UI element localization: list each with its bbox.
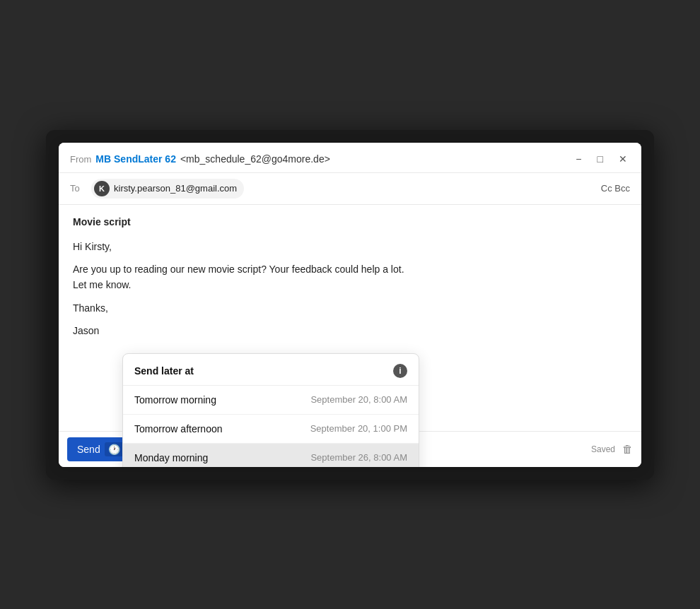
- maximize-button[interactable]: □: [595, 153, 606, 165]
- body-thanks: Thanks,: [73, 300, 627, 316]
- body-greeting: Hi Kirsty,: [73, 239, 627, 254]
- send-later-panel: Send later at i Tomorrow morning Septemb…: [122, 353, 419, 467]
- window-wrapper: From MB SendLater 62 <mb_schedule_62@go4…: [46, 130, 654, 480]
- minimize-button[interactable]: −: [573, 153, 584, 165]
- panel-title: Send later at: [134, 365, 194, 377]
- title-bar: From MB SendLater 62 <mb_schedule_62@go4…: [59, 143, 641, 173]
- schedule-option-tomorrow-afternoon[interactable]: Tomorrow afternoon September 20, 1:00 PM: [123, 415, 419, 444]
- recipient-email: kirsty.pearson_81@gmail.com: [114, 183, 237, 194]
- body-signature: Jason: [73, 323, 627, 338]
- body-text: Hi Kirsty, Are you up to reading our new…: [73, 239, 627, 339]
- sender-email: <mb_schedule_62@go4more.de>: [180, 153, 330, 165]
- avatar: K: [94, 181, 110, 196]
- saved-label: Saved: [591, 444, 615, 454]
- from-label: From: [70, 154, 91, 165]
- to-label: To: [70, 183, 84, 194]
- send-label: Send: [77, 444, 100, 455]
- email-body: Movie script Hi Kirsty, Are you up to re…: [59, 205, 641, 431]
- delete-icon[interactable]: 🗑: [622, 443, 633, 455]
- cc-bcc-button[interactable]: Cc Bcc: [601, 183, 630, 194]
- info-icon[interactable]: i: [393, 364, 407, 378]
- title-bar-left: From MB SendLater 62 <mb_schedule_62@go4…: [70, 153, 330, 165]
- sender-name: MB SendLater 62: [95, 153, 176, 165]
- panel-header: Send later at i: [123, 354, 419, 386]
- to-row: To K kirsty.pearson_81@gmail.com Cc Bcc: [59, 173, 641, 205]
- schedule-option-tomorrow-morning[interactable]: Tomorrow morning September 20, 8:00 AM: [123, 386, 419, 415]
- close-button[interactable]: ✕: [616, 153, 630, 165]
- subject-line: Movie script: [73, 216, 627, 227]
- body-main: Are you up to reading our new movie scri…: [73, 261, 627, 293]
- send-clock-icon: 🕐: [105, 442, 124, 456]
- title-bar-controls: − □ ✕: [573, 153, 630, 165]
- email-window: From MB SendLater 62 <mb_schedule_62@go4…: [59, 143, 641, 467]
- schedule-option-monday-morning[interactable]: Monday morning September 26, 8:00 AM: [123, 444, 419, 467]
- recipient-chip[interactable]: K kirsty.pearson_81@gmail.com: [91, 179, 244, 199]
